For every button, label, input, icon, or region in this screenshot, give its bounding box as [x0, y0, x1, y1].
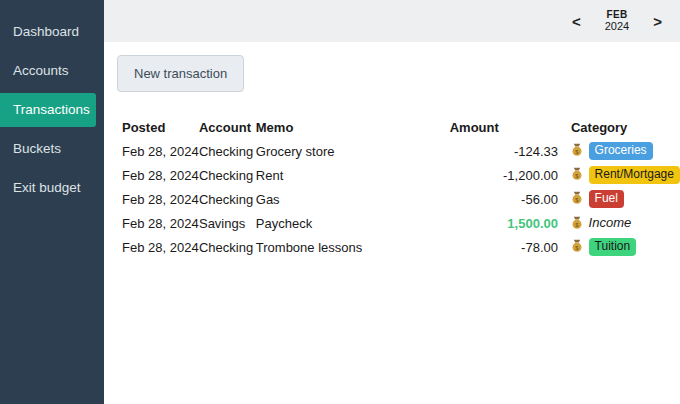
category-badge[interactable]: Groceries — [589, 142, 653, 160]
money-bag-icon: $ — [571, 239, 583, 255]
memo-cell: Rent — [256, 163, 450, 187]
amount-cell: -78.00 — [450, 235, 558, 259]
amount-cell: -56.00 — [450, 187, 558, 211]
sidebar-item-accounts[interactable]: Accounts — [0, 54, 96, 88]
topbar: < FEB 2024 > — [104, 0, 680, 42]
col-header-posted: Posted — [122, 118, 199, 139]
category-badge[interactable]: Fuel — [589, 190, 624, 208]
new-transaction-button[interactable]: New transaction — [117, 55, 244, 92]
posted-cell: Feb 28, 2024 — [122, 139, 199, 163]
category-badge: Income — [589, 214, 632, 232]
account-cell: Checking — [199, 235, 256, 259]
year-label: 2024 — [605, 20, 629, 32]
posted-cell: Feb 28, 2024 — [122, 187, 199, 211]
amount-cell: -1,200.00 — [450, 163, 558, 187]
table-body: Feb 28, 2024 Checking Grocery store -124… — [122, 139, 680, 259]
month-navigation: < FEB 2024 > — [568, 9, 666, 32]
category-cell: $ Groceries — [558, 139, 680, 163]
col-header-amount: Amount — [450, 118, 558, 139]
account-cell: Checking — [199, 139, 256, 163]
money-bag-icon: $ — [571, 167, 583, 183]
memo-cell: Trombone lessons — [256, 235, 450, 259]
category-cell: $ Rent/Mortgage — [558, 163, 680, 187]
table-row[interactable]: Feb 28, 2024 Checking Rent -1,200.00 $ R… — [122, 163, 680, 187]
memo-cell: Paycheck — [256, 211, 450, 235]
table-row[interactable]: Feb 28, 2024 Checking Trombone lessons -… — [122, 235, 680, 259]
table-row[interactable]: Feb 28, 2024 Checking Grocery store -124… — [122, 139, 680, 163]
table-header-row: Posted Account Memo Amount Category — [122, 118, 680, 139]
col-header-memo: Memo — [256, 118, 450, 139]
chevron-left-icon[interactable]: < — [568, 11, 585, 32]
sidebar-item-buckets[interactable]: Buckets — [0, 132, 96, 166]
col-header-category: Category — [558, 118, 680, 139]
category-badge[interactable]: Tuition — [589, 238, 637, 256]
main-content: < FEB 2024 > New transaction Posted Acco… — [104, 0, 680, 404]
money-bag-icon: $ — [571, 216, 583, 232]
table-row[interactable]: Feb 28, 2024 Checking Gas -56.00 $ Fuel — [122, 187, 680, 211]
posted-cell: Feb 28, 2024 — [122, 235, 199, 259]
account-cell: Savings — [199, 211, 256, 235]
category-cell: $ Fuel — [558, 187, 680, 211]
app-window: Dashboard Accounts Transactions Buckets … — [0, 0, 680, 404]
category-cell: $ Tuition — [558, 235, 680, 259]
memo-cell: Grocery store — [256, 139, 450, 163]
transactions-table: Posted Account Memo Amount Category Feb … — [122, 118, 680, 259]
sidebar-item-dashboard[interactable]: Dashboard — [0, 15, 96, 49]
posted-cell: Feb 28, 2024 — [122, 163, 199, 187]
category-badge[interactable]: Rent/Mortgage — [589, 166, 680, 184]
money-bag-icon: $ — [571, 143, 583, 159]
account-cell: Checking — [199, 187, 256, 211]
category-cell: $ Income — [558, 211, 680, 235]
sidebar: Dashboard Accounts Transactions Buckets … — [0, 0, 104, 404]
amount-cell: 1,500.00 — [450, 211, 558, 235]
col-header-account: Account — [199, 118, 256, 139]
money-bag-icon: $ — [571, 191, 583, 207]
sidebar-item-exit-budget[interactable]: Exit budget — [0, 171, 96, 205]
table-row[interactable]: Feb 28, 2024 Savings Paycheck 1,500.00 $… — [122, 211, 680, 235]
chevron-right-icon[interactable]: > — [649, 11, 666, 32]
posted-cell: Feb 28, 2024 — [122, 211, 199, 235]
month-label: FEB — [605, 9, 629, 20]
sidebar-item-transactions[interactable]: Transactions — [0, 93, 96, 127]
memo-cell: Gas — [256, 187, 450, 211]
account-cell: Checking — [199, 163, 256, 187]
month-display[interactable]: FEB 2024 — [605, 9, 629, 32]
amount-cell: -124.33 — [450, 139, 558, 163]
